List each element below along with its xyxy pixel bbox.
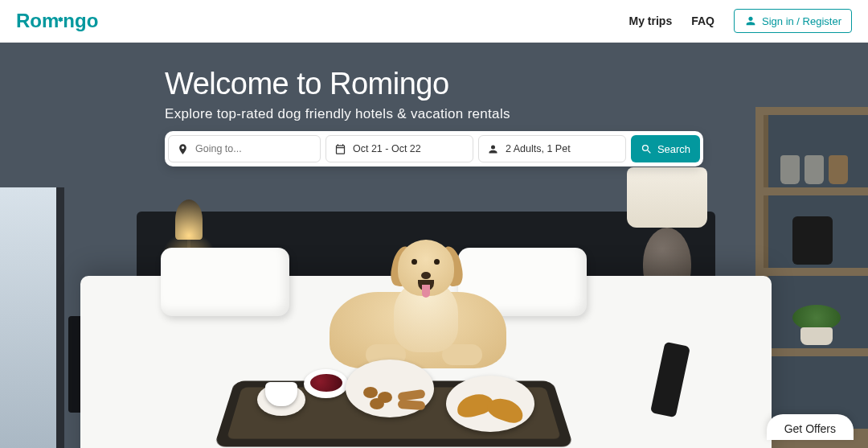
hero-subtitle: Explore top-rated dog friendly hotels & … bbox=[165, 106, 703, 122]
calendar-icon bbox=[334, 143, 346, 155]
search-button-label: Search bbox=[657, 143, 690, 155]
hero: Welcome to Romingo Explore top-rated dog… bbox=[0, 43, 868, 448]
get-offers-button[interactable]: Get Offers bbox=[767, 414, 854, 440]
location-pin-icon bbox=[177, 143, 189, 155]
dog-image bbox=[321, 232, 514, 376]
get-offers-label: Get Offers bbox=[784, 422, 836, 435]
nav-my-trips[interactable]: My trips bbox=[629, 14, 673, 27]
nav-faq[interactable]: FAQ bbox=[691, 14, 714, 27]
signin-button[interactable]: Sign in / Register bbox=[734, 9, 852, 33]
search-icon bbox=[641, 143, 653, 155]
search-bar: Oct 21 - Oct 22 2 Adults, 1 Pet Search bbox=[165, 131, 703, 166]
guests-value: 2 Adults, 1 Pet bbox=[506, 143, 571, 154]
nav: My trips FAQ Sign in / Register bbox=[629, 9, 852, 33]
signin-label: Sign in / Register bbox=[762, 15, 841, 27]
hero-content: Welcome to Romingo Explore top-rated dog… bbox=[165, 67, 703, 122]
header: Rom✽ngo My trips FAQ Sign in / Register bbox=[0, 0, 868, 43]
dates-field[interactable]: Oct 21 - Oct 22 bbox=[326, 135, 473, 162]
guests-field[interactable]: 2 Adults, 1 Pet bbox=[478, 135, 626, 162]
hero-title: Welcome to Romingo bbox=[165, 67, 703, 101]
dates-value: Oct 21 - Oct 22 bbox=[353, 143, 421, 154]
destination-input[interactable] bbox=[195, 143, 312, 154]
person-icon bbox=[744, 14, 757, 27]
person-outline-icon bbox=[487, 143, 499, 155]
logo[interactable]: Rom✽ngo bbox=[16, 10, 98, 32]
paw-icon: ✽ bbox=[58, 16, 63, 23]
destination-field[interactable] bbox=[168, 135, 321, 162]
search-button[interactable]: Search bbox=[631, 135, 700, 162]
